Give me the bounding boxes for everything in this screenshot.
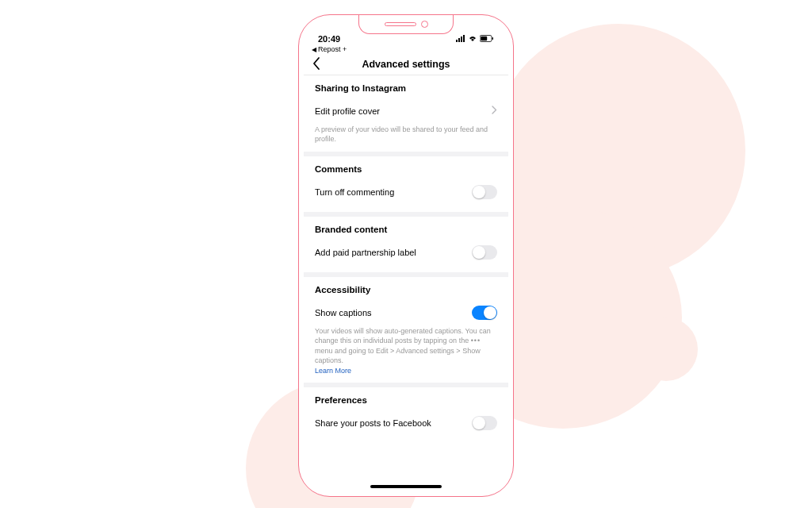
row-paid-partnership: Add paid partnership label <box>315 244 497 261</box>
chevron-left-icon <box>312 56 321 71</box>
phone-frame: 20:49 ◀ Repost + Advanced settings <box>298 14 514 497</box>
svg-rect-6 <box>492 37 494 40</box>
signal-icon <box>456 35 465 44</box>
section-preferences: Preferences Share your posts to Facebook <box>304 387 508 443</box>
settings-content: Sharing to Instagram Edit profile cover … <box>304 75 508 491</box>
row-label: Turn off commenting <box>315 187 394 197</box>
row-turn-off-commenting: Turn off commenting <box>315 183 497 201</box>
ios-back-to-app[interactable]: ◀ Repost + <box>304 44 508 53</box>
nav-bar: Advanced settings <box>304 53 508 75</box>
back-button[interactable] <box>312 56 321 75</box>
hint-part-1: Your videos will show auto-generated cap… <box>315 327 491 344</box>
page-title: Advanced settings <box>362 59 450 70</box>
section-sharing: Sharing to Instagram Edit profile cover … <box>304 75 508 156</box>
accessibility-hint: Your videos will show auto-generated cap… <box>315 326 497 365</box>
row-show-captions: Show captions <box>315 304 497 321</box>
svg-rect-5 <box>481 37 487 41</box>
back-triangle-icon: ◀ <box>312 46 316 53</box>
ellipsis-icon: ••• <box>471 337 481 344</box>
svg-rect-2 <box>461 37 462 42</box>
sharing-hint: A preview of your video will be shared t… <box>315 125 497 144</box>
home-indicator[interactable] <box>370 485 442 488</box>
status-icons <box>456 35 494 44</box>
svg-rect-0 <box>456 40 458 42</box>
toggle-turn-off-commenting[interactable] <box>472 185 497 199</box>
row-edit-profile-cover[interactable]: Edit profile cover <box>315 102 497 120</box>
section-title-preferences: Preferences <box>315 395 497 405</box>
row-share-to-facebook: Share your posts to Facebook <box>315 414 497 432</box>
phone-notch <box>358 15 454 34</box>
phone-screen: 20:49 ◀ Repost + Advanced settings <box>304 20 508 491</box>
section-comments: Comments Turn off commenting <box>304 156 508 217</box>
toggle-show-captions[interactable] <box>472 306 497 320</box>
svg-rect-3 <box>463 35 465 42</box>
battery-icon <box>480 35 494 44</box>
toggle-paid-partnership[interactable] <box>472 245 497 260</box>
section-title-comments: Comments <box>315 164 497 174</box>
row-label: Add paid partnership label <box>315 248 416 257</box>
section-branded-content: Branded content Add paid partnership lab… <box>304 217 508 277</box>
wifi-icon <box>468 35 477 44</box>
section-title-branded: Branded content <box>315 225 497 234</box>
status-time: 20:49 <box>318 34 340 44</box>
back-app-label: Repost + <box>318 45 347 53</box>
row-label: Share your posts to Facebook <box>315 418 431 428</box>
row-label: Show captions <box>315 308 372 318</box>
row-label: Edit profile cover <box>315 106 380 116</box>
section-accessibility: Accessibility Show captions Your videos … <box>304 277 508 387</box>
learn-more-link[interactable]: Learn More <box>315 367 497 375</box>
section-title-accessibility: Accessibility <box>315 285 497 294</box>
chevron-right-icon <box>492 106 497 117</box>
hint-part-2: menu and going to Edit > Advanced settin… <box>315 347 481 364</box>
toggle-share-facebook[interactable] <box>472 416 497 430</box>
section-title-sharing: Sharing to Instagram <box>315 83 497 93</box>
svg-rect-1 <box>458 38 460 42</box>
